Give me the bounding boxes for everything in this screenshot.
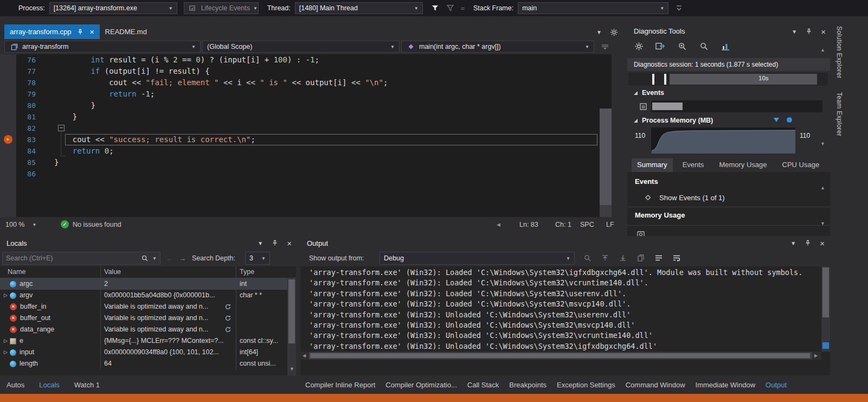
diagnostics-tab-summary[interactable]: Summary xyxy=(632,158,673,172)
expander-icon[interactable]: ▷ xyxy=(2,335,9,347)
locals-column-header-name[interactable]: Name xyxy=(0,266,101,278)
breakpoint-margin-cell[interactable] xyxy=(0,54,16,66)
hscrollbar-thumb[interactable] xyxy=(310,353,810,358)
panel-tab-autos[interactable]: Autos xyxy=(7,381,24,389)
panel-tab-watch-1[interactable]: Watch 1 xyxy=(74,381,100,389)
reset-zoom-icon[interactable] xyxy=(699,41,709,51)
panel-tab-immediate-window[interactable]: Immediate Window xyxy=(696,381,756,389)
panel-tab-locals[interactable]: Locals xyxy=(39,381,60,389)
pin-icon[interactable] xyxy=(803,238,813,248)
breakpoint-margin-cell[interactable] xyxy=(0,77,16,88)
process-dropdown[interactable]: [13264] array-transform.exe ▼ xyxy=(49,2,177,14)
panel-tab-compiler-inline-report[interactable]: Compiler Inline Report xyxy=(305,381,375,389)
panel-tab-compiler-optimizatio[interactable]: Compiler Optimizatio... xyxy=(385,381,456,389)
hscroll-left-icon[interactable]: ◀ xyxy=(497,222,500,227)
locals-column-header-type[interactable]: Type xyxy=(236,266,296,278)
document-tab-array-transform-cpp[interactable]: array-transform.cpp× xyxy=(4,24,100,39)
pin-icon[interactable] xyxy=(75,27,85,37)
pin-icon[interactable] xyxy=(270,238,280,248)
sidebar-vertical-tab-team-explorer[interactable]: Team Explorer xyxy=(835,92,843,136)
project-dropdown[interactable]: array-transform ▼ xyxy=(4,41,201,53)
vscrollbar-thumb[interactable] xyxy=(822,267,829,317)
scroll-up-icon[interactable]: ▲ xyxy=(820,185,825,190)
filter-threads-icon[interactable] xyxy=(430,3,440,13)
settings-gear-icon[interactable] xyxy=(634,41,644,51)
code-line[interactable]: 82 xyxy=(0,123,612,134)
timeline-band[interactable] xyxy=(670,74,817,85)
code-line[interactable]: 84 return 0; xyxy=(0,145,612,157)
refresh-icon[interactable] xyxy=(223,314,233,323)
section-expander-icon[interactable] xyxy=(634,91,638,95)
word-wrap-icon[interactable] xyxy=(672,253,681,263)
locals-row-e[interactable]: ▷e{MMsg={...} MCLErr=??? MContext=?...co… xyxy=(0,335,287,347)
panel-tab-output[interactable]: Output xyxy=(766,381,787,389)
thread-dropdown[interactable]: [1480] Main Thread ▼ xyxy=(295,2,423,14)
locals-column-header-value[interactable]: Value xyxy=(101,266,236,278)
output-source-dropdown[interactable]: Debug ▼ xyxy=(380,252,575,265)
scroll-down-icon[interactable]: ▼ xyxy=(290,366,294,372)
panel-tab-command-window[interactable]: Command Window xyxy=(626,381,685,389)
code-line[interactable]: 81 } xyxy=(0,111,612,123)
code-line[interactable]: 79 return -1; xyxy=(0,88,612,100)
search-icon[interactable] xyxy=(140,253,150,263)
timeline-selection-handle[interactable] xyxy=(652,74,654,85)
lifecycle-events-dropdown[interactable]: Lifecycle Events ▼ xyxy=(184,2,259,14)
document-tab-readme-md[interactable]: README.md xyxy=(100,24,152,39)
options-gear-icon[interactable] xyxy=(609,27,619,37)
fold-collapse-icon[interactable]: − xyxy=(58,125,65,131)
output-console[interactable]: 'array-transform.exe' (Win32): Loaded 'C… xyxy=(300,266,821,352)
expander-icon[interactable]: ▷ xyxy=(2,290,9,301)
locals-row-length[interactable]: length64const unsi... xyxy=(0,358,287,369)
close-icon[interactable]: × xyxy=(821,27,826,36)
locals-row-data-range[interactable]: ×data_rangeVariable is optimized away an… xyxy=(0,324,287,335)
zoom-in-icon[interactable] xyxy=(677,41,687,51)
locals-row-argv[interactable]: ▷argv0x000001bb5a04d8b0 {0x000001b...cha… xyxy=(0,290,287,301)
section-expander-icon[interactable] xyxy=(634,119,638,123)
breakpoint-margin-cell[interactable] xyxy=(0,157,16,168)
timeline-selection-handle[interactable] xyxy=(664,74,666,85)
events-section-header[interactable]: Events xyxy=(634,89,664,97)
breakpoint-margin-cell[interactable] xyxy=(0,100,16,111)
close-icon[interactable]: × xyxy=(820,239,825,248)
output-header[interactable]: Output xyxy=(300,236,830,250)
close-icon[interactable]: × xyxy=(287,239,292,248)
code-line[interactable]: ▶83 cout << "success; result is correct.… xyxy=(0,134,612,145)
code-editor[interactable]: 76 int result = (i % 2 == 0) ? (input[i]… xyxy=(0,54,612,217)
clear-all-icon[interactable] xyxy=(654,253,664,263)
breakpoint-margin-cell[interactable] xyxy=(0,123,16,134)
search-forward-icon[interactable]: → xyxy=(179,254,186,263)
toolbar-overflow-icon[interactable] xyxy=(674,3,684,13)
editor-scrollbar-thumb[interactable] xyxy=(600,109,612,205)
scroll-down-icon[interactable]: ▼ xyxy=(820,141,825,146)
window-position-icon[interactable]: ▼ xyxy=(792,29,797,35)
breakpoint-margin-cell[interactable] xyxy=(0,145,16,157)
scroll-up-icon[interactable]: ▲ xyxy=(820,47,825,53)
split-editor-button[interactable] xyxy=(600,42,610,52)
filter-flagged-icon[interactable] xyxy=(446,3,455,13)
issues-status[interactable]: No issues found xyxy=(73,221,121,228)
diagnostics-tab-memory-usage[interactable]: Memory Usage xyxy=(713,158,772,172)
pin-icon[interactable] xyxy=(804,27,814,36)
locals-row-argc[interactable]: argc2int xyxy=(0,278,287,290)
window-position-icon[interactable]: ▼ xyxy=(258,240,263,246)
close-icon[interactable]: × xyxy=(89,28,94,36)
expander-icon[interactable]: ▷ xyxy=(2,347,9,358)
stack-frame-dropdown[interactable]: main ▼ xyxy=(518,2,668,14)
show-events-link[interactable]: Show Events (1 of 1) xyxy=(644,193,725,202)
events-track-thumb[interactable] xyxy=(652,103,683,110)
locals-scrollbar-thumb[interactable] xyxy=(288,279,295,343)
code-line[interactable]: 80 } xyxy=(0,100,612,111)
search-box[interactable]: ▼ xyxy=(2,252,160,265)
search-back-icon[interactable]: ← xyxy=(166,254,173,263)
locals-search-input[interactable] xyxy=(6,254,137,262)
chevron-down-icon[interactable]: ▼ xyxy=(152,256,157,261)
zoom-control[interactable]: 100 % ▼ xyxy=(5,221,36,228)
breakpoint-margin-cell[interactable] xyxy=(0,111,16,123)
output-hscrollbar[interactable]: ◀ ▶ xyxy=(300,352,821,360)
locals-row-input[interactable]: ▷input0x00000009034ff8a0 {100, 101, 102.… xyxy=(0,347,287,358)
search-depth-dropdown[interactable]: 3 ▼ xyxy=(245,252,270,265)
take-snapshot-icon[interactable] xyxy=(636,229,646,236)
breakpoint-margin-cell[interactable] xyxy=(0,66,16,77)
locals-row-buffer-in[interactable]: ×buffer_inVariable is optimized away and… xyxy=(0,301,287,312)
scroll-down-icon[interactable]: ▼ xyxy=(820,221,825,226)
